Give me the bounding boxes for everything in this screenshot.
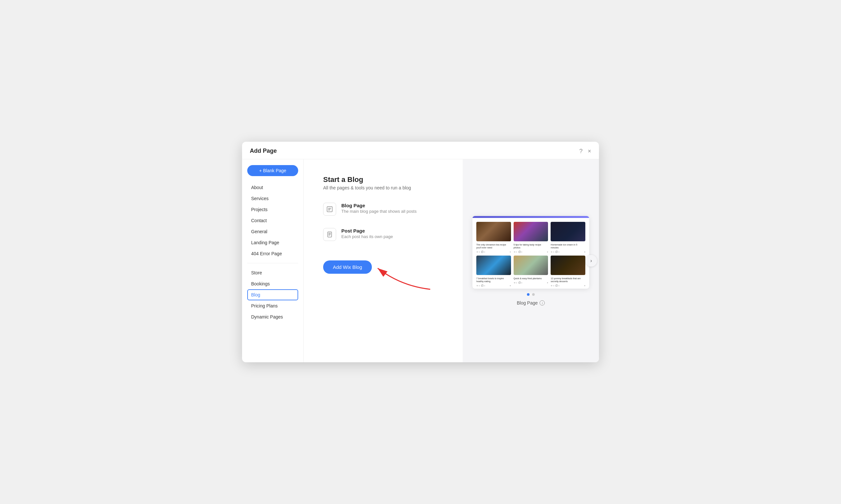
comment-icon-3: 💬 0 <box>555 251 559 253</box>
preview-next-button[interactable]: › <box>585 255 597 267</box>
preview-grid: The only cinnamon tea recipe you'll ever… <box>472 218 589 289</box>
section-title: Start a Blog <box>323 176 446 184</box>
add-btn-container: Add Wix Blog <box>323 255 446 274</box>
preview-img-1 <box>476 222 511 241</box>
svg-rect-1 <box>328 232 332 237</box>
close-icon[interactable]: × <box>588 148 591 154</box>
preview-cell-meta-1: 👁 0 💬 0 ♥ <box>476 251 511 253</box>
heart-icon-2: ♥ <box>547 251 548 253</box>
post-page-title: Post Page <box>341 228 393 234</box>
preview-cell-title-1: The only cinnamon tea recipe you'll ever… <box>476 243 511 249</box>
preview-cell-6: 12 yummy breakfasts that are secretly de… <box>551 256 585 287</box>
preview-cell-meta-5: 👁 0 💬 0 ♥ <box>514 282 548 284</box>
sidebar-item-404-error-page[interactable]: 404 Error Page <box>247 248 298 259</box>
header-actions: ? × <box>579 148 591 154</box>
sidebar-item-dynamic-pages[interactable]: Dynamic Pages <box>247 311 298 322</box>
preview-label: Blog Page i <box>517 300 545 306</box>
heart-icon-6: ♥ <box>584 285 585 287</box>
preview-cell-3: Homemade ice cream in 5 minutes 👁 0 💬 0 … <box>551 222 585 253</box>
sidebar-item-services[interactable]: Services <box>247 193 298 204</box>
section-subtitle: All the pages & tools you need to run a … <box>323 185 446 191</box>
preview-card: The only cinnamon tea recipe you'll ever… <box>472 216 589 289</box>
eye-icon-1: 👁 0 <box>476 251 480 253</box>
comment-icon-4: 💬 0 <box>481 284 485 287</box>
comment-icon-6: 💬 0 <box>555 284 559 287</box>
heart-icon-1: ♥ <box>510 251 511 253</box>
post-page-option: Post Page Each post has its own page <box>323 228 446 241</box>
modal-body: + Blank Page About Services Projects Con… <box>242 159 599 362</box>
blog-page-desc: The main blog page that shows all posts <box>341 209 417 214</box>
preview-cell-title-3: Homemade ice cream in 5 minutes <box>551 243 585 249</box>
preview-cell-meta-3: 👁 0 💬 0 ♥ <box>551 251 585 253</box>
blog-page-icon <box>323 203 336 216</box>
post-page-text: Post Page Each post has its own page <box>341 228 393 239</box>
eye-icon-2: 👁 0 <box>514 251 517 253</box>
preview-img-3 <box>551 222 585 241</box>
red-arrow <box>375 262 433 291</box>
preview-dots <box>527 293 535 296</box>
sidebar-item-about[interactable]: About <box>247 182 298 193</box>
modal-title: Add Page <box>250 148 277 155</box>
post-page-desc: Each post has its own page <box>341 234 393 239</box>
preview-cell-4: 7 breakfast bowls to inspire healthy eat… <box>476 256 511 287</box>
blog-page-title: Blog Page <box>341 203 417 208</box>
sidebar-item-contact[interactable]: Contact <box>247 215 298 226</box>
heart-icon-4: ♥ <box>510 285 511 287</box>
sidebar-item-blog[interactable]: Blog <box>247 289 298 300</box>
add-wix-blog-button[interactable]: Add Wix Blog <box>323 260 372 274</box>
preview-img-6 <box>551 256 585 275</box>
preview-cell-title-2: 5 tips for taking tasty recipe photos <box>514 243 548 249</box>
sidebar-group-1: About Services Projects Contact General … <box>247 182 298 259</box>
help-icon[interactable]: ? <box>579 148 583 154</box>
info-icon[interactable]: i <box>540 300 545 306</box>
comment-icon-2: 💬 0 <box>518 251 522 253</box>
add-page-modal: Add Page ? × + Blank Page About Services… <box>242 142 599 362</box>
blank-page-button[interactable]: + Blank Page <box>247 165 298 176</box>
eye-icon-3: 👁 0 <box>551 251 554 253</box>
preview-cell-5: Quick & easy fried plantains 👁 0 💬 0 ♥ <box>514 256 548 287</box>
comment-icon-5: 💬 0 <box>518 282 522 284</box>
sidebar-item-pricing-plans[interactable]: Pricing Plans <box>247 300 298 311</box>
dot-1[interactable] <box>527 293 530 296</box>
preview-img-4 <box>476 256 511 275</box>
sidebar: + Blank Page About Services Projects Con… <box>242 159 304 362</box>
preview-label-text: Blog Page <box>517 300 538 306</box>
sidebar-divider <box>247 263 298 263</box>
preview-cell-1: The only cinnamon tea recipe you'll ever… <box>476 222 511 253</box>
eye-icon-5: 👁 0 <box>514 282 517 284</box>
preview-img-5 <box>514 256 548 275</box>
eye-icon-4: 👁 0 <box>476 285 480 287</box>
sidebar-item-landing-page[interactable]: Landing Page <box>247 237 298 248</box>
heart-icon-3: ♥ <box>584 251 585 253</box>
eye-icon-6: 👁 0 <box>551 285 554 287</box>
preview-panel: The only cinnamon tea recipe you'll ever… <box>463 159 599 362</box>
preview-cell-meta-6: 👁 0 💬 0 ♥ <box>551 284 585 287</box>
modal-header: Add Page ? × <box>242 142 599 159</box>
post-page-icon <box>323 228 336 241</box>
sidebar-group-2: Store Bookings Blog Pricing Plans Dynami… <box>247 267 298 322</box>
sidebar-item-store[interactable]: Store <box>247 267 298 278</box>
main-content: Start a Blog All the pages & tools you n… <box>304 159 463 362</box>
preview-cell-title-4: 7 breakfast bowls to inspire healthy eat… <box>476 277 511 283</box>
comment-icon-1: 💬 0 <box>481 251 485 253</box>
sidebar-item-projects[interactable]: Projects <box>247 204 298 215</box>
sidebar-item-bookings[interactable]: Bookings <box>247 278 298 289</box>
heart-icon-5: ♥ <box>547 282 548 284</box>
preview-img-2 <box>514 222 548 241</box>
preview-cell-meta-2: 👁 0 💬 0 ♥ <box>514 251 548 253</box>
preview-cell-title-5: Quick & easy fried plantains <box>514 277 548 280</box>
sidebar-item-general[interactable]: General <box>247 226 298 237</box>
section-header: Start a Blog All the pages & tools you n… <box>323 176 446 191</box>
preview-cell-2: 5 tips for taking tasty recipe photos 👁 … <box>514 222 548 253</box>
blog-page-option: Blog Page The main blog page that shows … <box>323 203 446 216</box>
blog-page-text: Blog Page The main blog page that shows … <box>341 203 417 214</box>
dot-2[interactable] <box>532 293 535 296</box>
preview-cell-title-6: 12 yummy breakfasts that are secretly de… <box>551 277 585 283</box>
preview-cell-meta-4: 👁 0 💬 0 ♥ <box>476 284 511 287</box>
